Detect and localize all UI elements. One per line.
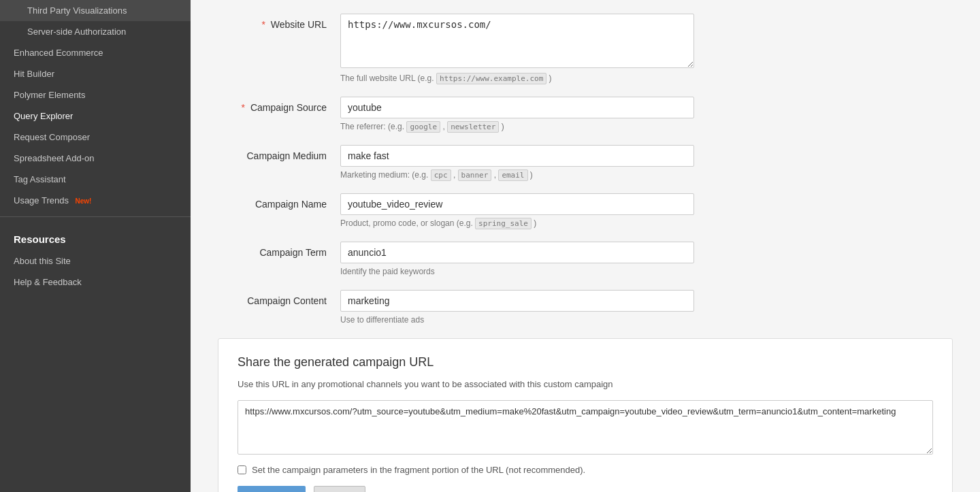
campaign-name-help: Product, promo code, or slogan (e.g. spr… <box>340 218 694 228</box>
generated-url-textarea[interactable]: https://www.mxcursos.com/?utm_source=you… <box>238 400 933 455</box>
sidebar-item-query-explorer[interactable]: Query Explorer <box>0 105 191 127</box>
fragment-checkbox-label: Set the campaign parameters in the fragm… <box>252 465 585 475</box>
campaign-source-help: The referrer: (e.g. google , newsletter … <box>340 122 694 131</box>
sidebar-item-third-party[interactable]: Third Party Visualizations <box>0 0 191 21</box>
campaign-source-label: * Campaign Source <box>218 97 340 113</box>
website-url-code: https://www.example.com <box>436 73 546 84</box>
campaign-term-row: Campaign Term Identify the paid keywords <box>218 242 953 276</box>
campaign-medium-row: Campaign Medium Marketing medium: (e.g. … <box>218 145 953 180</box>
reset-button[interactable]: Reset <box>314 486 365 492</box>
sidebar-item-polymer-elements[interactable]: Polymer Elements <box>0 84 191 105</box>
sidebar: Third Party Visualizations Server-side A… <box>0 0 191 492</box>
campaign-term-help: Identify the paid keywords <box>340 267 694 276</box>
website-url-field: https://www.mxcursos.com/ The full websi… <box>340 14 694 83</box>
campaign-medium-field: Marketing medium: (e.g. cpc , banner , e… <box>340 145 694 180</box>
sidebar-item-usage-trends[interactable]: Usage Trends New! <box>0 190 191 211</box>
website-url-row: * Website URL https://www.mxcursos.com/ … <box>218 14 953 83</box>
fragment-checkbox-row: Set the campaign parameters in the fragm… <box>238 465 933 475</box>
campaign-medium-input[interactable] <box>340 145 694 167</box>
source-code1: google <box>406 121 440 133</box>
sidebar-item-spreadsheet-addon[interactable]: Spreadsheet Add-on <box>0 148 191 169</box>
sidebar-item-help[interactable]: Help & Feedback <box>0 272 191 293</box>
copy-url-button[interactable]: Copy URL <box>238 486 306 492</box>
sidebar-divider <box>0 216 191 217</box>
share-title: Share the generated campaign URL <box>238 355 933 370</box>
campaign-term-field: Identify the paid keywords <box>340 242 694 276</box>
required-star-source: * <box>242 102 245 113</box>
campaign-content-row: Campaign Content Use to differentiate ad… <box>218 290 953 325</box>
main-content: * Website URL https://www.mxcursos.com/ … <box>191 0 980 492</box>
medium-code1: cpc <box>431 169 451 181</box>
resources-section-title: Resources <box>0 223 191 250</box>
sidebar-item-enhanced-ecommerce[interactable]: Enhanced Ecommerce <box>0 42 191 63</box>
share-description: Use this URL in any promotional channels… <box>238 379 933 389</box>
campaign-name-row: Campaign Name Product, promo code, or sl… <box>218 193 953 228</box>
campaign-content-input[interactable] <box>340 290 694 312</box>
new-badge: New! <box>76 197 92 205</box>
campaign-name-field: Product, promo code, or slogan (e.g. spr… <box>340 193 694 228</box>
fragment-checkbox[interactable] <box>238 465 246 474</box>
campaign-term-label: Campaign Term <box>218 242 340 258</box>
campaign-name-label: Campaign Name <box>218 193 340 210</box>
campaign-source-field: The referrer: (e.g. google , newsletter … <box>340 97 694 131</box>
website-url-input[interactable]: https://www.mxcursos.com/ <box>340 14 694 68</box>
campaign-content-label: Campaign Content <box>218 290 340 306</box>
source-code2: newsletter <box>447 121 499 133</box>
campaign-source-row: * Campaign Source The referrer: (e.g. go… <box>218 97 953 131</box>
medium-code3: email <box>498 169 527 181</box>
medium-code2: banner <box>458 169 492 181</box>
website-url-label: * Website URL <box>218 14 340 30</box>
share-box: Share the generated campaign URL Use thi… <box>218 338 953 492</box>
website-url-help: The full website URL (e.g. https://www.e… <box>340 73 694 83</box>
campaign-content-field: Use to differentiate ads <box>340 290 694 325</box>
button-row: Copy URL Reset <box>238 486 933 492</box>
required-star: * <box>261 19 265 30</box>
sidebar-item-request-composer[interactable]: Request Composer <box>0 127 191 148</box>
campaign-content-help: Use to differentiate ads <box>340 315 694 325</box>
sidebar-item-hit-builder[interactable]: Hit Builder <box>0 63 191 84</box>
sidebar-item-tag-assistant[interactable]: Tag Assistant <box>0 169 191 190</box>
sidebar-item-about[interactable]: About this Site <box>0 250 191 272</box>
campaign-term-input[interactable] <box>340 242 694 263</box>
name-code: spring_sale <box>475 218 532 229</box>
sidebar-item-server-auth[interactable]: Server-side Authorization <box>0 21 191 42</box>
campaign-medium-label: Campaign Medium <box>218 145 340 161</box>
campaign-medium-help: Marketing medium: (e.g. cpc , banner , e… <box>340 170 694 180</box>
campaign-name-input[interactable] <box>340 193 694 215</box>
campaign-source-input[interactable] <box>340 97 694 118</box>
